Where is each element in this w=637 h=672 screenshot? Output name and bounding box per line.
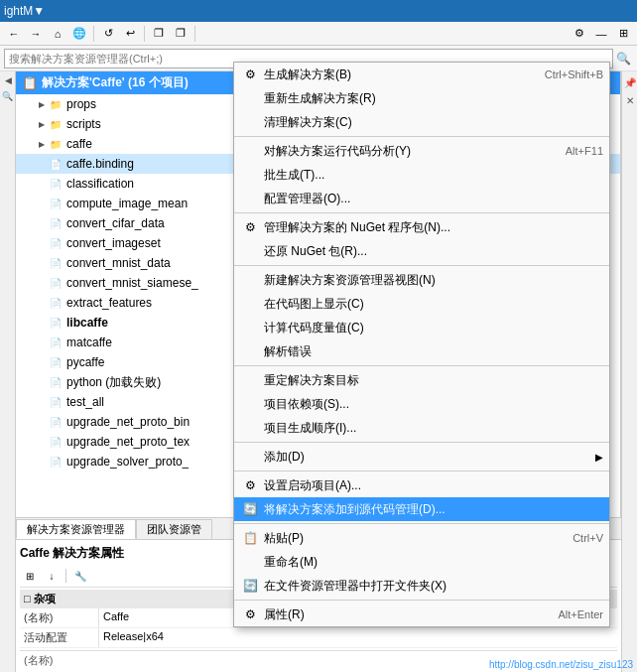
back-button[interactable]: ← — [4, 24, 24, 44]
menu-item-batch[interactable]: 批生成(T)... — [234, 163, 609, 187]
menu-shortcut-paste: Ctrl+V — [573, 532, 603, 544]
right-strip: 📌 ✕ — [621, 71, 637, 672]
nuget-icon: ⚙ — [240, 217, 260, 237]
tab-solution-explorer[interactable]: 解决方案资源管理器 — [16, 519, 136, 539]
props-key: (名称) — [20, 608, 99, 627]
tree-label: pycaffe — [66, 355, 104, 369]
menu-text-build: 生成解决方案(B) — [264, 67, 525, 83]
menu-item-set-startup[interactable]: ⚙ 设置启动项目(A)... — [234, 473, 609, 497]
menu-item-calc-density[interactable]: 计算代码度量值(C) — [234, 316, 609, 339]
props-filter-button[interactable]: ↓ — [42, 567, 62, 585]
menu-text-paste: 粘贴(P) — [264, 530, 553, 547]
menu-item-config[interactable]: 配置管理器(O)... — [234, 187, 609, 210]
wrench-icon[interactable]: ⚙ — [570, 24, 589, 44]
refresh-button[interactable]: ↺ — [98, 24, 118, 44]
undo-button[interactable]: ↩ — [120, 24, 140, 44]
menu-item-add[interactable]: 添加(D) ▶ — [234, 445, 609, 469]
solution-header-icon: 📋 — [22, 75, 38, 90]
expand-icon[interactable]: ▶ — [36, 98, 48, 110]
menu-item-open-folder[interactable]: 🔄 在文件资源管理器中打开文件夹(X) — [234, 574, 609, 598]
menu-text-build-order: 项目生成顺序(I)... — [264, 420, 603, 437]
menu-item-build-order[interactable]: 项目生成顺序(I)... — [234, 416, 609, 440]
menu-item-add-to-source[interactable]: 🔄 将解决方案添加到源代码管理(D)... — [234, 497, 609, 521]
build-icon: ⚙ — [240, 65, 260, 84]
toolbar-sep3 — [194, 26, 195, 42]
file-icon: 📄 — [48, 354, 64, 370]
sep7 — [234, 523, 609, 524]
sep4 — [234, 365, 609, 366]
tree-label: matcaffe — [66, 336, 112, 349]
web-button[interactable]: 🌐 — [69, 24, 89, 44]
tree-label: python (加载失败) — [66, 374, 161, 391]
menu-item-rename[interactable]: 重命名(M) — [234, 550, 609, 574]
file-icon: 📄 — [48, 414, 64, 430]
startup-icon: ⚙ — [240, 475, 260, 495]
folder-icon: 📁 — [48, 116, 64, 132]
file-icon: 📄 — [48, 394, 64, 410]
file-icon: 📄 — [48, 434, 64, 450]
file-icon: 📄 — [48, 315, 64, 331]
file-icon: 📄 — [48, 235, 64, 251]
left-search-icon[interactable]: 🔍 — [2, 91, 13, 101]
file-icon: 📄 — [48, 295, 64, 311]
menu-item-parse-errors[interactable]: 解析错误 — [234, 339, 609, 363]
menu-text-rename: 重命名(M) — [264, 554, 603, 571]
section-label: □ — [24, 593, 34, 605]
menu-item-show-diagram[interactable]: 在代码图上显示(C) — [234, 292, 609, 316]
dash-icon[interactable]: — — [591, 24, 611, 44]
menu-item-nuget-manage[interactable]: ⚙ 管理解决方案的 NuGet 程序包(N)... — [234, 215, 609, 239]
menu-shortcut-analyze: Alt+F11 — [566, 145, 603, 157]
search-icon[interactable]: 🔍 — [613, 49, 633, 68]
tree-label: libcaffe — [66, 316, 108, 330]
grid-icon[interactable]: ⊞ — [613, 24, 633, 44]
menu-item-nuget-restore[interactable]: 还原 NuGet 包(R)... — [234, 239, 609, 263]
right-pin-icon[interactable]: 📌 — [623, 75, 637, 89]
menu-item-paste[interactable]: 📋 粘贴(P) Ctrl+V — [234, 526, 609, 550]
titlebar-text: ightM▼ — [4, 4, 45, 18]
menu-item-proj-deps[interactable]: 项目依赖项(S)... — [234, 392, 609, 416]
expand-icon[interactable]: ▶ — [36, 118, 48, 130]
tree-label: caffe — [66, 137, 92, 151]
left-pin-icon[interactable]: ◀ — [3, 75, 13, 85]
folder-icon: 📁 — [48, 136, 64, 152]
right-close-icon[interactable]: ✕ — [623, 93, 637, 107]
menu-text-show-diagram: 在代码图上显示(C) — [264, 296, 603, 313]
copy-button[interactable]: ❐ — [149, 24, 169, 44]
tree-label: upgrade_net_proto_bin — [66, 415, 190, 429]
menu-item-build[interactable]: ⚙ 生成解决方案(B) Ctrl+Shift+B — [234, 63, 609, 86]
tree-label: convert_mnist_siamese_ — [66, 276, 198, 290]
left-strip: ◀ 🔍 — [0, 71, 16, 672]
expand-icon[interactable]: ▶ — [36, 138, 48, 150]
props-wrench-button[interactable]: 🔧 — [70, 567, 90, 585]
menu-item-properties[interactable]: ⚙ 属性(R) Alt+Enter — [234, 603, 609, 626]
tree-label: compute_image_mean — [66, 197, 188, 210]
props-row-config: 活动配置 Release|x64 — [20, 628, 617, 648]
watermark: http://blog.csdn.net/zisu_zisu123 — [489, 659, 633, 670]
solution-header-label: 解决方案'Caffe' (16 个项目) — [42, 74, 189, 91]
file-icon: 📄 — [48, 255, 64, 271]
menu-item-retarget[interactable]: 重定解决方案目标 — [234, 368, 609, 392]
tree-label: caffe.binding — [66, 157, 134, 171]
props-bottom-key: (名称) — [24, 653, 53, 668]
menu-item-rebuild[interactable]: 重新生成解决方案(R) — [234, 86, 609, 110]
forward-button[interactable]: → — [26, 24, 46, 44]
source-control-icon: 🔄 — [240, 499, 260, 519]
menu-text-calc-density: 计算代码度量值(C) — [264, 320, 603, 336]
menu-text-parse-errors: 解析错误 — [264, 343, 603, 360]
tree-label: extract_features — [66, 296, 152, 310]
menu-shortcut-properties: Alt+Enter — [558, 608, 603, 620]
file-icon: 📄 — [48, 374, 64, 390]
tab-team-explorer[interactable]: 团队资源管 — [136, 519, 212, 539]
menu-item-analyze[interactable]: 对解决方案运行代码分析(Y) Alt+F11 — [234, 139, 609, 163]
home-button[interactable]: ⌂ — [48, 24, 67, 44]
menu-text-properties: 属性(R) — [264, 606, 538, 623]
props-value: Release|x64 — [99, 628, 617, 647]
menu-item-new-view[interactable]: 新建解决方案资源管理器视图(N) — [234, 268, 609, 292]
paste-toolbar-button[interactable]: ❐ — [171, 24, 191, 44]
sep6 — [234, 470, 609, 471]
props-key: 活动配置 — [20, 628, 99, 647]
menu-text-nuget-manage: 管理解决方案的 NuGet 程序包(N)... — [264, 219, 603, 236]
menu-item-clean[interactable]: 清理解决方案(C) — [234, 110, 609, 134]
menu-text-retarget: 重定解决方案目标 — [264, 372, 603, 389]
props-sort-button[interactable]: ⊞ — [20, 567, 40, 585]
